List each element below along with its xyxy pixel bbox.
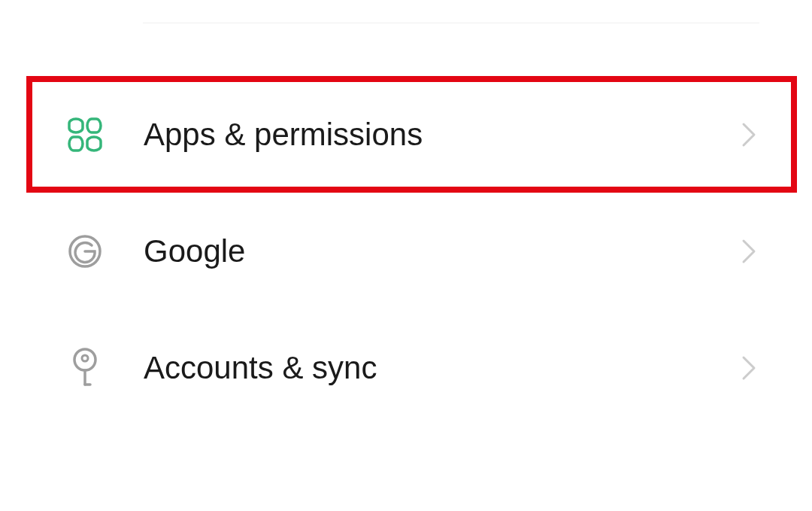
apps-icon bbox=[66, 116, 104, 154]
divider bbox=[143, 23, 759, 23]
svg-rect-1 bbox=[87, 119, 101, 132]
settings-list: Apps & permissions Google bbox=[0, 0, 812, 426]
svg-point-5 bbox=[74, 349, 95, 370]
settings-item-google[interactable]: Google bbox=[0, 193, 812, 309]
svg-point-6 bbox=[82, 355, 88, 361]
settings-item-label: Google bbox=[144, 233, 738, 269]
settings-item-accounts-sync[interactable]: Accounts & sync bbox=[0, 309, 812, 426]
google-icon bbox=[66, 233, 104, 270]
key-icon bbox=[66, 349, 104, 387]
svg-rect-0 bbox=[69, 119, 83, 132]
settings-item-apps-permissions[interactable]: Apps & permissions bbox=[26, 76, 797, 193]
settings-item-label: Apps & permissions bbox=[144, 117, 738, 153]
chevron-right-icon bbox=[738, 124, 759, 145]
chevron-right-icon bbox=[738, 241, 759, 262]
svg-rect-3 bbox=[87, 137, 101, 151]
chevron-right-icon bbox=[738, 357, 759, 379]
settings-item-label: Accounts & sync bbox=[144, 350, 738, 386]
svg-rect-2 bbox=[69, 137, 83, 151]
